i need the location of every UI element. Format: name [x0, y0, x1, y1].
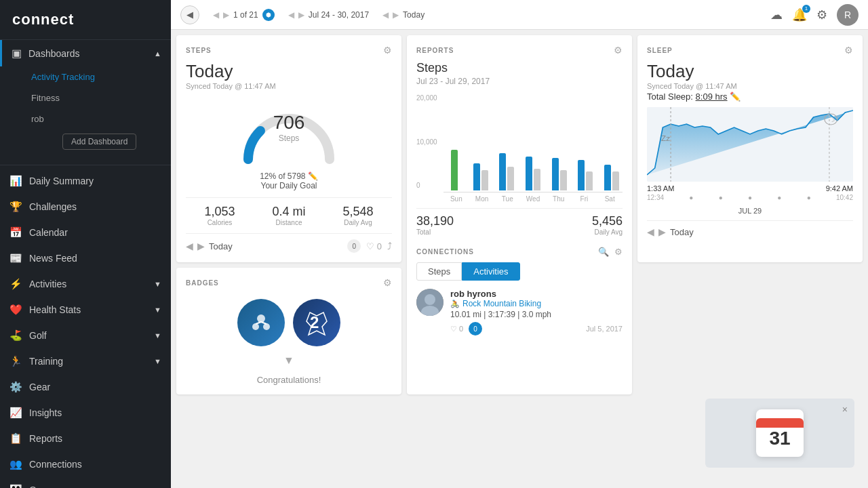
sleep-nav-date: Today	[670, 227, 694, 237]
challenges-icon: 🏆	[9, 201, 22, 213]
sleep-total-value[interactable]: 8:09 hrs	[696, 92, 728, 102]
sidebar-sub-rob[interactable]: rob	[0, 108, 171, 129]
bar-thu-gray	[560, 170, 567, 190]
gear-icon: ⚙️	[9, 381, 22, 393]
gear-label: Gear	[29, 382, 50, 392]
y-label-20000: 20,000	[416, 94, 437, 102]
bar-fri	[578, 160, 585, 190]
back-button[interactable]: ◀	[180, 5, 199, 24]
popup-close-button[interactable]: ×	[842, 404, 848, 415]
steps-card-header: STEPS ⚙	[186, 45, 392, 56]
conn-kudos-count: 0	[473, 325, 477, 333]
conn-user-name: rob hyrons	[450, 289, 623, 299]
sidebar-item-challenges[interactable]: 🏆 Challenges	[0, 194, 171, 220]
news-feed-label: News Feed	[29, 253, 77, 264]
nav-next-3[interactable]: ▶	[393, 10, 399, 20]
sidebar-sub-activity-tracking[interactable]: Activity Tracking	[0, 66, 171, 87]
sleep-tick-4: ●	[777, 194, 781, 201]
connections-search-icon[interactable]: 🔍	[598, 247, 609, 257]
badges-card-header: BADGES ⚙	[186, 277, 392, 288]
nav-next-2[interactable]: ▶	[298, 10, 304, 20]
upload-icon[interactable]: ☁	[770, 7, 783, 22]
chart-area: Sun Mon Tue Wed Thu Fri Sat	[443, 94, 623, 203]
sidebar-item-daily-summary[interactable]: 📊 Daily Summary	[0, 168, 171, 194]
connections-tab-activities[interactable]: Activities	[462, 262, 519, 281]
badges-grid: 2	[186, 293, 392, 352]
badges-settings-icon[interactable]: ⚙	[383, 277, 392, 288]
sidebar-item-dashboards[interactable]: ▣ Dashboards ▲	[0, 40, 171, 66]
sleep-tick-3: ●	[748, 194, 752, 201]
day-thu: Thu	[546, 195, 572, 203]
training-label: Training	[29, 356, 63, 367]
bar-sat	[604, 165, 611, 190]
sleep-settings-icon[interactable]: ⚙	[844, 45, 853, 56]
reports-settings-icon[interactable]: ⚙	[614, 45, 623, 56]
nav-prev-2[interactable]: ◀	[288, 10, 294, 20]
conn-like-icon: ♡	[450, 325, 457, 333]
dashboards-icon: ▣	[12, 47, 22, 60]
sleep-prev-button[interactable]: ◀	[647, 226, 654, 237]
health-stats-arrow: ▼	[154, 306, 161, 314]
reports-icon: 📋	[9, 432, 22, 445]
add-dashboard-button[interactable]: Add Dashboard	[62, 134, 136, 150]
daily-summary-label: Daily Summary	[29, 176, 94, 186]
sidebar-sub-fitness[interactable]: Fitness	[0, 87, 171, 108]
sidebar-item-calendar[interactable]: 📅 Calendar	[0, 220, 171, 245]
app-logo: connect	[0, 0, 171, 40]
sidebar-item-insights[interactable]: 📈 Insights	[0, 400, 171, 426]
sleep-next-button[interactable]: ▶	[658, 226, 666, 237]
daily-summary-icon: 📊	[9, 175, 22, 187]
sidebar-item-golf[interactable]: ⛳ Golf ▼	[0, 323, 171, 348]
conn-like-button[interactable]: ♡ 0	[450, 325, 463, 333]
nav-next-1[interactable]: ▶	[223, 10, 229, 20]
nav-prev-3[interactable]: ◀	[382, 10, 389, 20]
steps-share-button[interactable]: ⤴	[387, 241, 392, 251]
notification-popup: × 31	[705, 399, 854, 468]
sleep-ticks: 12:34 ● ● ● ● ● 10:42	[647, 194, 853, 201]
steps-comment-count[interactable]: 0	[347, 239, 361, 253]
sleep-tick-5: ●	[807, 194, 811, 201]
badge-item-2: 2	[293, 299, 340, 346]
connections-header: CONNECTIONS 🔍 ⚙	[416, 247, 623, 257]
conn-kudos-button[interactable]: 0	[469, 322, 482, 336]
badges-section-label: BADGES	[186, 279, 219, 287]
sidebar-item-training[interactable]: 🏃 Training ▼	[0, 348, 171, 374]
sidebar-item-gear[interactable]: ⚙️ Gear	[0, 374, 171, 400]
gauge-value: 706	[273, 112, 305, 134]
sidebar-item-reports[interactable]: 📋 Reports	[0, 426, 171, 451]
steps-title: Today	[186, 61, 392, 82]
sidebar-item-news-feed[interactable]: 📰 News Feed	[0, 245, 171, 271]
popup-calendar-icon: 31	[756, 409, 804, 457]
steps-settings-icon[interactable]: ⚙	[383, 45, 392, 56]
sidebar-item-health-stats[interactable]: ❤️ Health Stats ▼	[0, 297, 171, 323]
badges-scroll-down[interactable]: ▼	[186, 352, 392, 369]
steps-next-button[interactable]: ▶	[197, 241, 205, 251]
day-tue: Tue	[494, 195, 520, 203]
bar-tue-gray	[507, 167, 514, 190]
svg-point-10	[252, 323, 259, 330]
conn-activity-type-label[interactable]: Rock Mountain Biking	[462, 299, 541, 308]
steps-nav: ◀ ▶ Today 0 ♡ 0 ⤴	[186, 233, 392, 253]
sidebar-item-activities[interactable]: ⚡ Activities ▼	[0, 271, 171, 297]
settings-icon[interactable]: ⚙	[816, 7, 827, 22]
steps-nav-date: Today	[209, 241, 233, 251]
nav-prev-1[interactable]: ◀	[213, 10, 219, 20]
bar-tue	[499, 153, 506, 190]
connections-settings-icon[interactable]: ⚙	[614, 247, 623, 257]
bar-fri-gray	[586, 171, 593, 190]
reports-card-header: REPORTS ⚙	[416, 45, 623, 56]
sidebar-item-connections[interactable]: 👥 Connections	[0, 451, 171, 477]
conn-activity-info: rob hyrons 🚴 Rock Mountain Biking 10.01 …	[450, 289, 623, 336]
user-avatar[interactable]: R	[837, 4, 859, 26]
bar-group-wed	[522, 157, 545, 190]
steps-like-button[interactable]: ♡ 0	[366, 241, 382, 251]
bell-icon[interactable]: 🔔 1	[792, 7, 807, 22]
steps-prev-button[interactable]: ◀	[186, 241, 193, 251]
bar-wed	[526, 157, 532, 190]
badges-card: BADGES ⚙ 2	[176, 268, 401, 394]
connections-tab-steps[interactable]: Steps	[416, 262, 462, 281]
steps-goal-label: Your Daily Goal	[261, 181, 317, 190]
calendar-label: Calendar	[29, 227, 68, 238]
sidebar-item-groups[interactable]: 👨‍👩‍👦 Groups	[0, 477, 171, 488]
steps-card: STEPS ⚙ Today Synced Today @ 11:47 AM 70…	[176, 35, 401, 262]
